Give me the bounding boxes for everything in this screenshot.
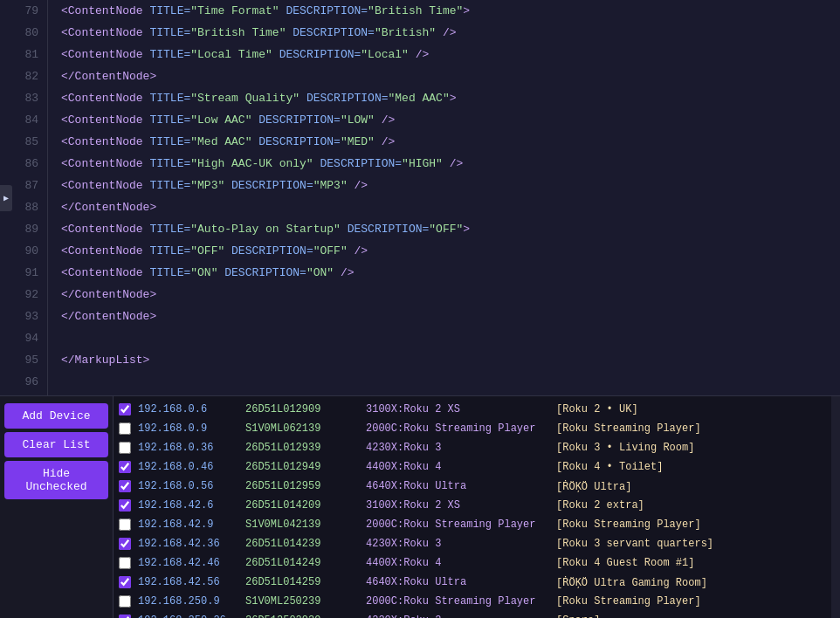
device-name: [Roku Streaming Player] — [556, 595, 701, 608]
line-number: 94 — [0, 327, 47, 349]
line-number: 82 — [0, 65, 47, 87]
code-line: </MarkupList> — [61, 349, 840, 371]
sidebar-buttons: Add Device Clear List Hide Unchecked — [0, 396, 114, 618]
device-ip: 192.168.250.9 — [138, 595, 238, 608]
line-number: 91 — [0, 262, 47, 284]
device-checkbox[interactable] — [119, 480, 131, 492]
device-name: [Roku 3 servant quarters] — [556, 538, 713, 550]
device-serial: S1V0ML062139 — [245, 422, 359, 435]
hide-unchecked-button[interactable]: Hide Unchecked — [4, 461, 108, 499]
device-serial: 26D51L014259 — [245, 576, 359, 588]
device-model: 2000C:Roku Streaming Player — [366, 422, 549, 435]
code-line: </ContentNode> — [61, 65, 840, 87]
table-row: 192.168.250.9S1V0ML2502392000C:Roku Stre… — [114, 592, 831, 611]
table-row: 192.168.42.9S1V0ML0421392000C:Roku Strea… — [114, 515, 831, 534]
code-line: </ContentNode> — [61, 196, 840, 218]
device-checkbox[interactable] — [119, 615, 131, 618]
device-model: 3100X:Roku 2 XS — [366, 499, 549, 512]
device-serial: 26D51L012949 — [245, 461, 359, 473]
device-ip: 192.168.0.46 — [138, 461, 238, 473]
device-ip: 192.168.42.56 — [138, 576, 238, 588]
device-checkbox[interactable] — [119, 442, 131, 454]
device-model: 4640X:Roku Ultra — [366, 576, 549, 588]
device-ip: 192.168.0.9 — [138, 422, 238, 435]
device-model: 4230X:Roku 3 — [366, 442, 549, 454]
line-number: 85 — [0, 131, 47, 153]
device-serial: S1V0ML042139 — [245, 518, 359, 531]
device-checkbox[interactable] — [119, 422, 131, 435]
clear-list-button[interactable]: Clear List — [4, 432, 108, 457]
code-line: <ContentNode TITLE="ON" DESCRIPTION="ON"… — [61, 262, 840, 284]
device-checkbox[interactable] — [119, 518, 131, 531]
table-row: 192.168.0.626D51L0129093100X:Roku 2 XS[R… — [114, 400, 831, 419]
code-line: <ContentNode TITLE="Time Format" DESCRIP… — [61, 0, 840, 22]
code-line: <ContentNode TITLE="Med AAC" DESCRIPTION… — [61, 131, 840, 153]
table-row: 192.168.42.626D51L0142093100X:Roku 2 XS[… — [114, 496, 831, 515]
table-row: 192.168.42.5626D51L0142594640X:Roku Ultr… — [114, 573, 831, 592]
device-model: 4400X:Roku 4 — [366, 557, 549, 569]
line-number: 86 — [0, 153, 47, 175]
device-checkbox[interactable] — [119, 538, 131, 550]
line-number: 95 — [0, 349, 47, 371]
device-checkbox[interactable] — [119, 557, 131, 569]
code-line: <ContentNode TITLE="Low AAC" DESCRIPTION… — [61, 109, 840, 131]
line-number: 83 — [0, 87, 47, 109]
table-row: 192.168.0.5626D51L0129594640X:Roku Ultra… — [114, 477, 831, 496]
device-serial: 26D51L012939 — [245, 442, 359, 454]
device-serial: 26D512502939 — [245, 615, 359, 618]
device-ip: 192.168.250.36 — [138, 615, 238, 618]
device-serial: 26D51L014239 — [245, 538, 359, 550]
device-name: [ṘÖĶÖ Ultra] — [556, 480, 631, 493]
collapse-arrow[interactable]: ▶ — [0, 185, 12, 211]
device-ip: 192.168.42.36 — [138, 538, 238, 550]
table-row: 192.168.42.3626D51L0142394230X:Roku 3[Ro… — [114, 534, 831, 553]
device-name: [Roku Streaming Player] — [556, 422, 701, 435]
code-line: <ContentNode TITLE="British Time" DESCRI… — [61, 22, 840, 44]
device-checkbox[interactable] — [119, 595, 131, 608]
add-device-button[interactable]: Add Device — [4, 403, 108, 429]
device-ip: 192.168.42.6 — [138, 499, 238, 512]
code-line: <ContentNode TITLE="Stream Quality" DESC… — [61, 87, 840, 109]
scrollbar-area — [831, 396, 840, 618]
device-model: 4640X:Roku Ultra — [366, 480, 549, 492]
table-row: 192.168.0.9S1V0ML0621392000C:Roku Stream… — [114, 419, 831, 438]
table-row: 192.168.250.3626D5125029394230X:Roku 3[S… — [114, 611, 831, 618]
device-ip: 192.168.0.36 — [138, 442, 238, 454]
device-ip: 192.168.42.9 — [138, 518, 238, 531]
device-name: [Roku 4 Guest Room #1] — [556, 557, 694, 569]
device-model: 2000C:Roku Streaming Player — [366, 595, 549, 608]
device-name: [Roku 4 • Toilet] — [556, 461, 663, 473]
device-checkbox[interactable] — [119, 403, 131, 415]
device-model: 4230X:Roku 3 — [366, 615, 549, 618]
line-number: 84 — [0, 109, 47, 131]
line-number: 90 — [0, 240, 47, 262]
table-row: 192.168.0.3626D51L0129394230X:Roku 3[Rok… — [114, 438, 831, 457]
device-name: [Roku 3 • Living Room] — [556, 442, 694, 454]
device-serial: S1V0ML250239 — [245, 595, 359, 608]
code-line: </ContentNode> — [61, 306, 840, 327]
device-ip: 192.168.42.46 — [138, 557, 238, 569]
device-serial: 26D51L012909 — [245, 403, 359, 415]
code-line — [61, 371, 840, 393]
bottom-panel: Add Device Clear List Hide Unchecked 192… — [0, 395, 840, 618]
device-ip: 192.168.0.6 — [138, 403, 238, 415]
code-line: <ContentNode TITLE="Auto-Play on Startup… — [61, 218, 840, 240]
line-number: 80 — [0, 22, 47, 44]
device-model: 3100X:Roku 2 XS — [366, 403, 549, 415]
device-checkbox[interactable] — [119, 499, 131, 512]
device-name: [Roku 2 extra] — [556, 499, 644, 512]
device-model: 4400X:Roku 4 — [366, 461, 549, 473]
device-model: 4230X:Roku 3 — [366, 538, 549, 550]
line-number: 92 — [0, 284, 47, 306]
device-serial: 26D51L014209 — [245, 499, 359, 512]
device-checkbox[interactable] — [119, 461, 131, 473]
code-line: <ContentNode TITLE="OFF" DESCRIPTION="OF… — [61, 240, 840, 262]
line-number: 89 — [0, 218, 47, 240]
code-editor: 798081828384858687888990919293949596 <Co… — [0, 0, 840, 395]
table-row: 192.168.42.4626D51L0142494400X:Roku 4[Ro… — [114, 553, 831, 573]
device-name: [Roku 2 • UK] — [556, 403, 638, 415]
device-model: 2000C:Roku Streaming Player — [366, 518, 549, 531]
device-checkbox[interactable] — [119, 576, 131, 588]
device-serial: 26D51L012959 — [245, 480, 359, 492]
device-name: [Roku Streaming Player] — [556, 518, 701, 531]
